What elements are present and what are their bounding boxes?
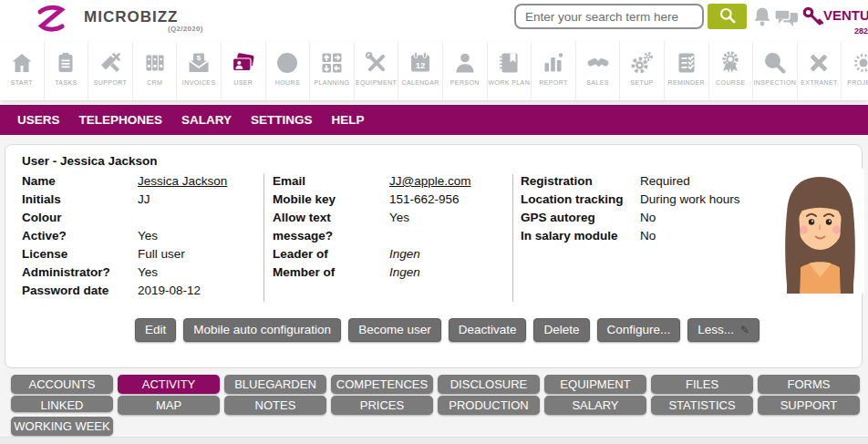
field-email: Email JJ@apple.com: [273, 172, 502, 191]
toolbar-item-course[interactable]: COURSE: [709, 42, 754, 100]
toolbar-item-reminder[interactable]: REMINDER: [665, 42, 709, 100]
toolbar-item-label: INSPECTION: [753, 79, 796, 86]
tab-statistics[interactable]: STATISTICS: [651, 396, 753, 415]
tab-disclosure[interactable]: DISCLOSURE: [438, 375, 540, 394]
toolbar-item-sales[interactable]: SALES: [576, 42, 621, 100]
menu-item-help[interactable]: HELP: [332, 113, 365, 127]
tab-linked-accounts[interactable]: LINKED ACCOUNTS: [11, 396, 113, 412]
bell-icon[interactable]: [753, 6, 771, 31]
toolbar-item-label: PERSON: [450, 79, 480, 86]
field-value: During work hours: [640, 191, 771, 209]
toolbar-item-person[interactable]: PERSON: [443, 42, 488, 100]
column-divider: [264, 174, 264, 302]
toolbar-item-invoices[interactable]: $ INVOICES: [177, 42, 222, 100]
tab-support[interactable]: SUPPORT: [758, 396, 860, 415]
medal-icon: [718, 47, 742, 78]
toolbar-item-label: COURSE: [716, 79, 745, 86]
tab-forms[interactable]: FORMS: [758, 375, 860, 394]
brand-title: MICROBIZZ: [84, 8, 178, 26]
toolbar-item-start[interactable]: START: [0, 42, 45, 100]
handshake-icon: [586, 47, 610, 78]
field-label: Allow text message?: [273, 209, 389, 245]
field-license: License Full user: [22, 245, 257, 263]
page-background: User - Jessica Jackson Name Jessica Jack…: [0, 135, 868, 444]
field-label: Email: [273, 172, 389, 191]
field-initials: Initials JJ: [22, 191, 257, 209]
mobile-auto-configuration-button[interactable]: Mobile auto configuration: [183, 318, 341, 342]
toolbar-item-label: CRM: [147, 79, 162, 86]
menu-item-users[interactable]: USERS: [17, 113, 60, 127]
toolbar-item-setup[interactable]: SETUP: [620, 42, 665, 100]
toolbar-item-user-active[interactable]: USER: [222, 42, 266, 100]
tab-activity[interactable]: ACTIVITY: [118, 375, 220, 394]
field-value: JJ: [138, 191, 257, 209]
clock-icon: [275, 47, 299, 78]
field-leader-of: Leader of Ingen: [273, 245, 502, 263]
tab-equipment[interactable]: EQUIPMENT: [544, 375, 646, 394]
toolbar-item-equipment[interactable]: EQUIPMENT: [355, 42, 399, 100]
toolbar-item-report[interactable]: REPORT: [532, 42, 576, 100]
edit-button[interactable]: Edit: [135, 318, 176, 342]
chat-icon[interactable]: [774, 9, 799, 31]
detail-column-3: Registration Required Location tracking …: [521, 172, 771, 245]
toolbar-item-inspection[interactable]: INSPECTION: [753, 42, 798, 100]
menu-item-settings[interactable]: SETTINGS: [251, 113, 313, 127]
microbizz-logo-icon[interactable]: [33, 4, 69, 40]
tab-bluegarden[interactable]: BLUEGARDEN: [224, 375, 326, 394]
support-tool-icon: [98, 47, 122, 78]
name-link[interactable]: Jessica Jackson: [138, 172, 257, 191]
email-link[interactable]: JJ@apple.com: [389, 172, 502, 191]
toolbar-item-project[interactable]: PROJECT: [842, 42, 868, 100]
search-input[interactable]: [514, 4, 704, 29]
tab-working-week[interactable]: WORKING WEEK: [11, 417, 113, 436]
configure-button[interactable]: Configure...: [597, 318, 681, 342]
toolbar-item-crm[interactable]: CRM: [133, 42, 178, 100]
toolbar-item-label: INVOICES: [182, 79, 216, 86]
crossed-tools-icon: [365, 47, 388, 78]
field-administrator: Administrator? Yes: [22, 263, 257, 282]
become-user-button[interactable]: Become user: [348, 318, 441, 342]
tab-competences[interactable]: COMPETENCES: [331, 375, 433, 394]
less-button[interactable]: Less...✎: [687, 318, 760, 342]
toolbar-item-calendar[interactable]: 12 CALENDAR: [398, 42, 443, 100]
field-label: Name: [22, 172, 138, 191]
toolbar-item-tasks[interactable]: TASKS: [45, 42, 89, 100]
toolbar-item-hours[interactable]: HOURS: [266, 42, 311, 100]
delete-button[interactable]: Delete: [533, 318, 589, 342]
field-label: In salary module: [521, 227, 640, 245]
field-label: Colour: [22, 209, 138, 227]
toolbar-item-support[interactable]: SUPPORT: [88, 42, 133, 100]
field-gps-autoreg: GPS autoreg No: [521, 209, 771, 227]
menu-item-telephones[interactable]: TELEPHONES: [79, 113, 163, 127]
account-name[interactable]: VENTU: [823, 7, 868, 23]
field-mobile-key: Mobile key 151-662-956: [273, 191, 502, 209]
field-value: Yes: [389, 209, 502, 227]
module-toolbar: START TASKS SUPPORT CRM $ INVOICES USER …: [0, 42, 868, 100]
tab-salary[interactable]: SALARY: [544, 396, 646, 415]
tab-files[interactable]: FILES: [651, 375, 753, 394]
tab-map[interactable]: MAP: [118, 396, 220, 415]
x-icon: [807, 47, 831, 78]
menu-item-salary[interactable]: SALARY: [181, 113, 232, 127]
tab-prices[interactable]: PRICES: [331, 396, 433, 415]
key-icon[interactable]: [802, 6, 823, 33]
toolbar-item-workplan[interactable]: WORK PLAN: [488, 42, 532, 100]
user-detail-card: User - Jessica Jackson Name Jessica Jack…: [5, 144, 863, 368]
field-label: Active?: [22, 227, 138, 245]
page-title: User - Jessica Jackson: [22, 154, 158, 168]
toolbar-item-label: START: [11, 79, 33, 86]
field-in-salary-module: In salary module No: [521, 227, 771, 245]
tab-accounts[interactable]: ACCOUNTS: [11, 375, 113, 394]
toolbar-item-label: SUPPORT: [94, 79, 128, 86]
user-avatar: [776, 169, 864, 294]
field-value: Yes: [138, 263, 257, 282]
deactivate-button[interactable]: Deactivate: [449, 318, 527, 342]
toolbar-item-label: WORK PLAN: [489, 79, 531, 86]
tab-notes[interactable]: NOTES: [224, 396, 326, 415]
id-card-icon: [231, 47, 256, 78]
bottom-scroll-strip[interactable]: [0, 437, 868, 444]
tab-production[interactable]: PRODUCTION: [438, 396, 540, 415]
toolbar-item-extranet[interactable]: EXTRANET: [798, 42, 842, 100]
search-button[interactable]: [708, 4, 747, 29]
toolbar-item-planning[interactable]: PLANNING: [310, 42, 355, 100]
